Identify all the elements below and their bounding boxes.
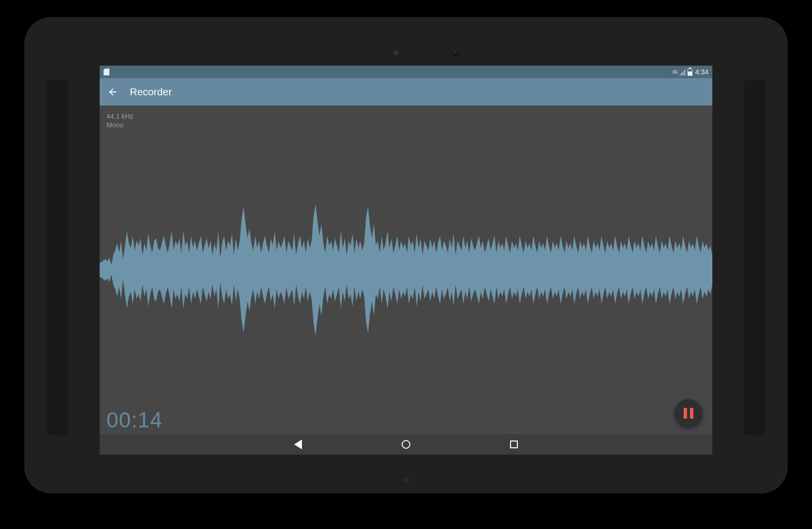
- nav-recent-button[interactable]: [509, 439, 519, 450]
- app-title: Recorder: [130, 86, 172, 98]
- circle-home-icon: [402, 440, 410, 449]
- sd-card-icon: [104, 69, 109, 75]
- battery-icon: [688, 69, 692, 76]
- square-recent-icon: [510, 441, 518, 448]
- pause-icon: [684, 408, 693, 419]
- triangle-back-icon: [294, 440, 302, 449]
- back-button[interactable]: [107, 87, 118, 97]
- tablet-camera: [452, 49, 459, 56]
- system-nav-bar: [100, 434, 712, 455]
- tablet-frame: 3G 4:34 Recorder 44.1 kHz Mono: [24, 17, 788, 494]
- arrow-left-icon: [107, 87, 118, 97]
- nav-back-button[interactable]: [293, 439, 303, 450]
- tablet-sensor: [394, 50, 399, 55]
- tablet-speaker: [744, 80, 766, 435]
- network-type-label: 3G: [672, 70, 678, 74]
- device-screen: 3G 4:34 Recorder 44.1 kHz Mono: [100, 66, 712, 455]
- pause-button[interactable]: [674, 399, 703, 427]
- nav-home-button[interactable]: [401, 439, 411, 450]
- elapsed-time: 00:14: [106, 408, 162, 432]
- status-clock: 4:34: [695, 68, 708, 76]
- signal-icon: [679, 69, 686, 75]
- status-bar: 3G 4:34: [100, 66, 712, 78]
- tablet-home-dot: [404, 478, 408, 483]
- tablet-speaker: [46, 80, 68, 435]
- waveform-icon: [100, 197, 712, 343]
- app-action-bar: Recorder: [100, 78, 712, 106]
- waveform-display: [100, 106, 712, 434]
